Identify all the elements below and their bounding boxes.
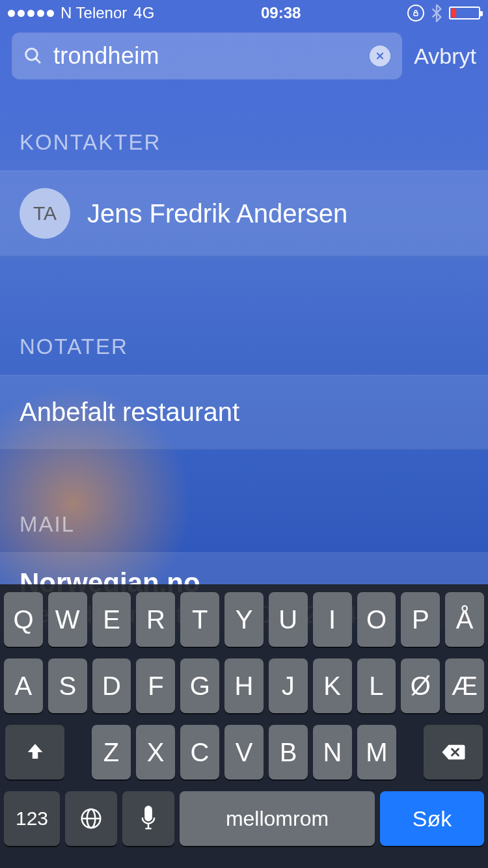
- dictation-key[interactable]: [122, 791, 174, 846]
- key-f[interactable]: F: [136, 658, 175, 713]
- key-g[interactable]: G: [180, 658, 219, 713]
- key-ø[interactable]: Ø: [401, 658, 440, 713]
- numeric-key[interactable]: 123: [4, 791, 60, 846]
- shift-key[interactable]: [5, 725, 64, 780]
- key-b[interactable]: B: [269, 725, 308, 780]
- note-title: Anbefalt restaurant: [20, 398, 239, 427]
- status-bar: N Telenor 4G 09:38: [0, 0, 488, 26]
- svg-line-2: [36, 59, 40, 62]
- key-j[interactable]: J: [269, 658, 308, 713]
- key-x[interactable]: X: [136, 725, 175, 780]
- keyboard: QWERTYUIOPÅ ASDFGHJKLØÆ ZXCVBNM 123 mell…: [0, 584, 488, 868]
- key-r[interactable]: R: [136, 592, 175, 647]
- key-p[interactable]: P: [401, 592, 440, 647]
- search-key[interactable]: Søk: [380, 791, 484, 846]
- battery-icon: [449, 7, 480, 20]
- search-input[interactable]: trondheim: [53, 42, 359, 70]
- carrier-label: N Telenor: [61, 4, 127, 22]
- key-m[interactable]: M: [357, 725, 396, 780]
- key-d[interactable]: D: [92, 658, 131, 713]
- search-header: trondheim Avbryt: [0, 26, 488, 91]
- signal-strength-icon: [8, 10, 54, 17]
- keyboard-row-1: QWERTYUIOPÅ: [4, 592, 484, 647]
- orientation-lock-icon: [407, 5, 424, 21]
- key-n[interactable]: N: [313, 725, 352, 780]
- keyboard-row-2: ASDFGHJKLØÆ: [4, 658, 484, 713]
- section-header-contacts: KONTAKTER: [0, 130, 488, 170]
- key-e[interactable]: E: [92, 592, 131, 647]
- clear-search-button[interactable]: [370, 46, 390, 66]
- section-contacts: KONTAKTER TA Jens Fredrik Andersen: [0, 130, 488, 256]
- key-u[interactable]: U: [269, 592, 308, 647]
- key-h[interactable]: H: [224, 658, 264, 713]
- key-v[interactable]: V: [224, 725, 264, 780]
- avatar: TA: [20, 188, 70, 239]
- search-field[interactable]: trondheim: [12, 33, 402, 79]
- key-k[interactable]: K: [313, 658, 352, 713]
- search-results[interactable]: KONTAKTER TA Jens Fredrik Andersen NOTAT…: [0, 91, 488, 629]
- backspace-key[interactable]: [424, 725, 483, 780]
- clock: 09:38: [154, 4, 407, 22]
- key-a[interactable]: A: [4, 658, 43, 713]
- key-z[interactable]: Z: [92, 725, 131, 780]
- key-w[interactable]: W: [48, 592, 87, 647]
- globe-key[interactable]: [65, 791, 117, 846]
- keyboard-row-3: ZXCVBNM: [4, 725, 484, 780]
- key-q[interactable]: Q: [4, 592, 43, 647]
- status-left: N Telenor 4G: [8, 4, 154, 22]
- status-right: [407, 4, 480, 22]
- key-å[interactable]: Å: [445, 592, 484, 647]
- note-row[interactable]: Anbefalt restaurant: [0, 375, 488, 450]
- key-l[interactable]: L: [357, 658, 396, 713]
- contact-name: Jens Fredrik Andersen: [87, 199, 347, 228]
- bluetooth-icon: [431, 4, 442, 22]
- section-header-notes: NOTATER: [0, 334, 488, 375]
- key-s[interactable]: S: [48, 658, 87, 713]
- key-t[interactable]: T: [180, 592, 219, 647]
- cancel-button[interactable]: Avbryt: [414, 44, 476, 69]
- key-c[interactable]: C: [180, 725, 219, 780]
- key-y[interactable]: Y: [224, 592, 264, 647]
- key-i[interactable]: I: [313, 592, 352, 647]
- svg-rect-0: [414, 12, 418, 16]
- search-icon: [23, 46, 43, 66]
- section-notes: NOTATER Anbefalt restaurant: [0, 334, 488, 450]
- keyboard-row-4: 123 mellomrom Søk: [4, 791, 484, 846]
- network-label: 4G: [133, 4, 154, 22]
- section-header-mail: MAIL: [0, 512, 488, 552]
- space-key[interactable]: mellomrom: [180, 791, 375, 846]
- contact-row[interactable]: TA Jens Fredrik Andersen: [0, 170, 488, 256]
- svg-rect-8: [145, 807, 151, 821]
- key-o[interactable]: O: [357, 592, 396, 647]
- key-æ[interactable]: Æ: [445, 658, 484, 713]
